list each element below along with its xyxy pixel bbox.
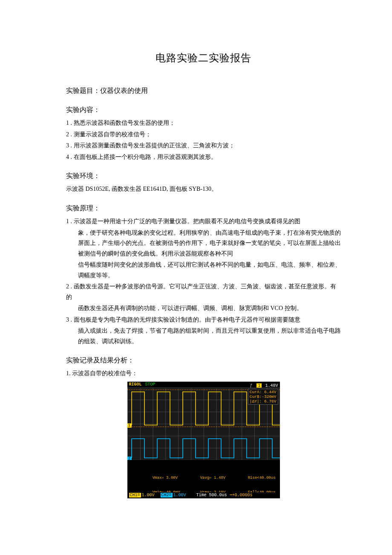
- list-item: 1 . 熟悉示波器和函数信号发生器的使用；: [66, 118, 341, 129]
- paragraph: 插入或拔出，免去了焊接，节省了电路的组装时间，而且元件可以重复使用，所以非常适合…: [78, 326, 341, 347]
- cursor-b: CurB:-320mV: [250, 394, 277, 399]
- list-text: 测量示波器自带的校准信号；: [74, 131, 151, 138]
- list-item: 2 . 测量示波器自带的校准信号；: [66, 129, 341, 140]
- scope-plot-area: 1 2 CurA: 6.44V CurB:-320mV |ΔY|: 6.76V: [127, 388, 280, 460]
- section-principle: 实验原理：: [66, 202, 341, 214]
- list-text: 熟悉示波器和函数信号发生器的使用；: [74, 120, 175, 126]
- ch2-scale: CH2=1.00V: [161, 492, 186, 498]
- section-results: 实验记录及结果分析：: [66, 354, 341, 366]
- list-text: 面包板是专为电子电路的无焊接实验设计制造的。由于各种电子元器件可根据需要随意: [74, 316, 300, 323]
- meas-row: Vavg= 1.48V: [200, 476, 248, 480]
- page-title: 电路实验二实验报告: [66, 49, 341, 67]
- cursor-delta: |ΔY|: 6.76V: [250, 399, 277, 404]
- list-text: 函数发生器是一种多波形的信号源。它可以产生正弦波、方波、三角波、锯齿波，甚至任意…: [66, 283, 336, 300]
- section-environment: 实验环境：: [66, 170, 341, 181]
- list-number: 1 .: [66, 120, 72, 126]
- list-number: 1 .: [66, 218, 72, 224]
- list-item: 1 . 示波器是一种用途十分广泛的电子测量仪器。把肉眼看不见的电信号变换成看得见…: [66, 216, 341, 227]
- oscilloscope-screen: RIGOL STOP ƒ 1 1.48V 1 2: [127, 382, 280, 498]
- paragraph: 象，便于研究各种电现象的变化过程。利用狭窄的、由高速电子组成的电子束，打在涂有荧…: [78, 228, 341, 259]
- list-item: 4 . 在面包板上搭接一个积分电路，用示波器观测其波形。: [66, 152, 341, 163]
- list-text: 用示波器测量函数信号发生器提供的正弦波、三角波和方波；: [74, 142, 235, 149]
- environment-body: 示波器 DS1052E, 函数发生器 EE1641D, 面包板 SYB-130。: [66, 184, 341, 195]
- meas-row: Rise<40.00us: [248, 476, 280, 480]
- list-number: 2 .: [66, 283, 72, 290]
- list-item: 3 . 用示波器测量函数信号发生器提供的正弦波、三角波和方波；: [66, 141, 341, 151]
- cursor-a: CurA: 6.44V: [250, 390, 277, 394]
- list-text: 示波器是一种用途十分广泛的电子测量仪器。把肉眼看不见的电信号变换成看得见的图: [74, 218, 300, 224]
- list-number: 3 .: [66, 142, 72, 149]
- list-text: 在面包板上搭接一个积分电路，用示波器观测其波形。: [74, 154, 217, 160]
- oscilloscope-figure: RIGOL STOP ƒ 1 1.48V 1 2: [127, 382, 280, 498]
- list-item: 3 . 面包板是专为电子电路的无焊接实验设计制造的。由于各种电子元器件可根据需要…: [66, 315, 341, 325]
- list-number: 2 .: [66, 131, 72, 138]
- ch1-scale: CH1=1.00V: [129, 492, 155, 498]
- section-experiment-topic: 实验题目：仪器仪表的使用: [66, 85, 341, 96]
- scope-cursor-box: CurA: 6.44V CurB:-320mV |ΔY|: 6.76V: [248, 389, 278, 405]
- scope-topbar: RIGOL STOP ƒ 1 1.48V: [127, 382, 280, 388]
- time-offset: ➔+0.0000s: [230, 492, 253, 498]
- paragraph: 函数发生器还具有调制的功能，可以进行调幅、调频、调相、脉宽调制和 VCO 控制。: [78, 303, 341, 314]
- list-number: 3 .: [66, 316, 72, 323]
- document-page: 电路实验二实验报告 实验题目：仪器仪表的使用 实验内容： 1 . 熟悉示波器和函…: [0, 0, 392, 555]
- section-experiment-content: 实验内容：: [66, 104, 341, 115]
- indent-paragraph: 象，便于研究各种电现象的变化过程。利用狭窄的、由高速电子组成的电子束，打在涂有荧…: [66, 228, 341, 281]
- timebase: Time 500.0us: [196, 492, 227, 498]
- meas-row: Vmax= 3.00V: [153, 476, 200, 480]
- indent-paragraph: 函数发生器还具有调制的功能，可以进行调幅、调频、调相、脉宽调制和 VCO 控制。: [66, 303, 341, 314]
- list-item: 2 . 函数发生器是一种多波形的信号源。它可以产生正弦波、方波、三角波、锯齿波，…: [66, 282, 341, 302]
- list-number: 4 .: [66, 154, 72, 160]
- scope-bottom-bar: CH1=1.00V CH2=1.00V Time 500.0us ➔+0.000…: [127, 492, 280, 498]
- result-item: 1. 示波器自带的校准信号：: [66, 368, 341, 379]
- paragraph: 信号幅度随时间变化的波形曲线，还可以用它测试各种不同的电量，如电压、电流、频率、…: [78, 260, 341, 281]
- indent-paragraph: 插入或拔出，免去了焊接，节省了电路的组装时间，而且元件可以重复使用，所以非常适合…: [66, 326, 341, 347]
